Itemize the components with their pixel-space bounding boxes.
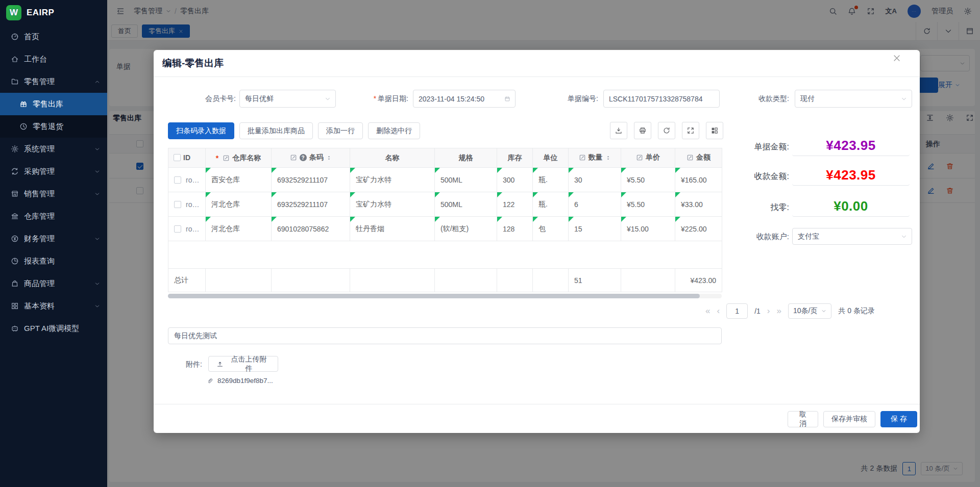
cell-stock[interactable]: 300 <box>497 168 533 192</box>
cell-price[interactable]: ¥5.50 <box>621 168 675 192</box>
total-row: 总计51¥423.00 <box>168 269 722 292</box>
cell-amount[interactable]: ¥225.00 <box>675 217 722 241</box>
last-page-button[interactable]: » <box>776 306 781 316</box>
upload-attachment-button[interactable]: 点击上传附件 <box>208 356 278 372</box>
prev-page-button[interactable]: ‹ <box>717 306 720 316</box>
receive-account-select[interactable]: 支付宝 <box>792 228 912 245</box>
help-icon[interactable]: ? <box>300 154 307 161</box>
scan-barcode-button[interactable]: 扫条码录入数据 <box>168 122 234 139</box>
cell-stock[interactable]: 122 <box>497 192 533 217</box>
total-cell-unit <box>533 269 569 292</box>
cell-spec[interactable]: (软/粗支) <box>435 217 497 241</box>
sidebar-item-财务管理[interactable]: 财务管理 <box>0 227 107 250</box>
horizontal-scrollbar[interactable] <box>168 294 722 298</box>
cell-stock[interactable]: 128 <box>497 217 533 241</box>
sidebar-item-采购管理[interactable]: 采购管理 <box>0 160 107 183</box>
calendar-icon <box>504 96 510 102</box>
cell-qty[interactable]: 30 <box>569 168 621 192</box>
cell-warehouse[interactable]: 河北仓库 <box>206 217 272 241</box>
chevron-down-icon <box>94 146 100 152</box>
cell-name[interactable]: 宝矿力水特 <box>350 192 435 217</box>
cell-price[interactable]: ¥15.00 <box>621 217 675 241</box>
refresh-icon[interactable] <box>658 122 675 139</box>
cell-barcode[interactable]: 6901028075862 <box>272 217 350 241</box>
scrollbar-thumb[interactable] <box>168 294 700 298</box>
cell-unit[interactable]: 瓶. <box>533 192 569 217</box>
sidebar-item-仓库管理[interactable]: 仓库管理 <box>0 205 107 227</box>
cell-price[interactable]: ¥5.50 <box>621 192 675 217</box>
first-page-button[interactable]: « <box>705 306 710 316</box>
sidebar-item-label: 商品管理 <box>24 279 55 289</box>
pay-type-select[interactable]: 现付 <box>795 90 912 108</box>
add-row-button[interactable]: 添加一行 <box>318 122 363 139</box>
cell-barcode[interactable]: 6932529211107 <box>272 192 350 217</box>
sidebar-item-GPT AI微调模型[interactable]: GPT AI微调模型 <box>0 317 107 340</box>
cell-spec[interactable]: 500ML <box>435 168 497 192</box>
sidebar-item-label: 采购管理 <box>24 167 55 176</box>
sidebar-item-商品管理[interactable]: 商品管理 <box>0 272 107 295</box>
bill-number-label: 单据编号: <box>560 90 598 108</box>
cell-spec[interactable]: 500ML <box>435 192 497 217</box>
download-icon[interactable] <box>610 122 627 139</box>
sidebar-item-报表查询[interactable]: 报表查询 <box>0 250 107 272</box>
chevron-down-icon <box>94 303 100 309</box>
print-icon[interactable] <box>634 122 651 139</box>
next-page-button[interactable]: › <box>767 306 770 316</box>
upload-icon <box>216 361 224 368</box>
delete-selected-button[interactable]: 删除选中行 <box>368 122 420 139</box>
bill-date-input[interactable]: 2023-11-04 15:24:50 <box>413 90 516 108</box>
bill-date-label: *单据日期: <box>364 90 408 108</box>
cell-id: ro… <box>168 217 206 241</box>
change-label: 找零: <box>740 202 789 213</box>
attachment-file-link[interactable]: 8269db1f9ef8b7... <box>207 377 273 385</box>
bill-amount-label: 单据金额: <box>740 142 789 152</box>
cell-name[interactable]: 宝矿力水特 <box>350 168 435 192</box>
save-button[interactable]: 保 存 <box>880 411 917 427</box>
row-checkbox[interactable] <box>174 201 181 208</box>
sidebar-item-零售出库[interactable]: 零售出库 <box>0 93 107 115</box>
cancel-button[interactable]: 取 消 <box>788 411 818 427</box>
item-row[interactable]: ro…河北仓库6932529211107宝矿力水特500ML122瓶.6¥5.5… <box>168 192 722 217</box>
modal-close-icon[interactable] <box>891 52 903 64</box>
cell-amount[interactable]: ¥165.00 <box>675 168 722 192</box>
select-all-checkbox[interactable] <box>174 154 181 161</box>
cell-unit[interactable]: 包 <box>533 217 569 241</box>
sidebar-item-首页[interactable]: 首页 <box>0 25 107 48</box>
cell-name[interactable]: 牡丹香烟 <box>350 217 435 241</box>
sidebar-item-基本资料[interactable]: 基本资料 <box>0 295 107 317</box>
row-checkbox[interactable] <box>174 225 181 233</box>
page-size-select[interactable]: 10条/页 <box>788 303 831 319</box>
sidebar-item-零售管理[interactable]: 零售管理 <box>0 70 107 93</box>
sidebar-item-label: 零售退货 <box>33 122 63 132</box>
sidebar-item-系统管理[interactable]: 系统管理 <box>0 138 107 160</box>
bill-number-input[interactable]: LSCK1170175713328758784 <box>603 90 720 108</box>
column-settings-icon[interactable] <box>706 122 723 139</box>
grid-fullscreen-icon[interactable] <box>682 122 699 139</box>
row-checkbox[interactable] <box>174 176 181 184</box>
save-and-audit-button[interactable]: 保存并审核 <box>823 411 875 427</box>
sidebar-item-label: 财务管理 <box>24 234 55 244</box>
sidebar-item-工作台[interactable]: 工作台 <box>0 48 107 70</box>
sidebar-item-销售管理[interactable]: 销售管理 <box>0 183 107 205</box>
cell-barcode[interactable]: 6932529211107 <box>272 168 350 192</box>
cell-qty[interactable]: 6 <box>569 192 621 217</box>
cell-qty[interactable]: 15 <box>569 217 621 241</box>
item-row[interactable]: ro…西安仓库6932529211107宝矿力水特500ML300瓶.30¥5.… <box>168 168 722 192</box>
item-row[interactable]: ro…河北仓库6901028075862牡丹香烟(软/粗支)128包15¥15.… <box>168 217 722 241</box>
page-input[interactable]: 1 <box>726 303 748 319</box>
cell-amount[interactable]: ¥33.00 <box>675 192 722 217</box>
batch-add-button[interactable]: 批量添加出库商品 <box>239 122 313 139</box>
chevron-down-icon <box>94 236 100 242</box>
sidebar-item-零售退货[interactable]: 零售退货 <box>0 115 107 138</box>
member-card-select[interactable]: 每日优鲜 <box>239 90 336 108</box>
sort-caret-icon[interactable] <box>605 154 611 162</box>
sort-caret-icon[interactable] <box>326 154 332 162</box>
column-header-qty: 数量 <box>569 148 621 168</box>
cell-unit[interactable]: 瓶. <box>533 168 569 192</box>
cell-id: ro… <box>168 168 206 192</box>
cell-warehouse[interactable]: 西安仓库 <box>206 168 272 192</box>
receive-account-label: 收款账户: <box>740 227 789 245</box>
cell-warehouse[interactable]: 河北仓库 <box>206 192 272 217</box>
remark-input[interactable]: 每日优先测试 <box>168 327 722 344</box>
sidebar-item-label: 工作台 <box>24 55 47 64</box>
